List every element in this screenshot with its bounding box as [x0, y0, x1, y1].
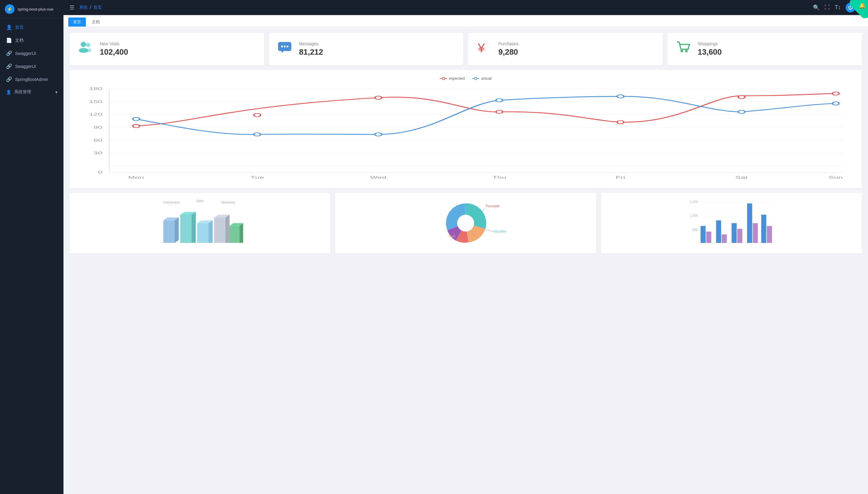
breadcrumb-prefix: 系统 [79, 5, 88, 10]
main-content: ☰ 系统 / 首页 🔍 ⛶ T↕ ⏻ ▾ 首页 文档 [64, 0, 868, 494]
sidebar-item-sysmanage[interactable]: 👤 系统管理 ▾ [0, 86, 64, 98]
svg-rect-86 [722, 234, 727, 243]
tab-home[interactable]: 首页 [68, 18, 86, 26]
svg-point-46 [617, 95, 624, 98]
sidebar-logo: ⚡ spring-boot-plus-vue [0, 0, 64, 18]
chart-legend: expected actual [75, 76, 856, 81]
header: ☰ 系统 / 首页 🔍 ⛶ T↕ ⏻ ▾ [64, 0, 868, 15]
bottom-card-bar3d: Iministration Sales Marketing [70, 193, 330, 253]
header-left: ☰ 系统 / 首页 [70, 4, 102, 11]
svg-point-44 [375, 133, 382, 136]
svg-point-6 [284, 45, 286, 48]
svg-point-45 [496, 99, 503, 102]
svg-text:Forecasts: Forecasts [486, 205, 500, 208]
svg-text:Wed: Wed [370, 175, 386, 180]
fullscreen-icon[interactable]: ⛶ [825, 4, 830, 11]
svg-point-68 [457, 215, 474, 232]
messages-value: 81,212 [299, 48, 323, 57]
svg-text:90: 90 [93, 125, 103, 129]
purchases-label: Purchases [499, 41, 518, 46]
stat-card-messages: Messages 81,212 [269, 33, 464, 65]
svg-point-39 [617, 120, 624, 124]
visits-info: New Visits 102,400 [100, 41, 128, 57]
doc-icon: 📄 [6, 37, 12, 43]
legend-expected-label: expected [449, 76, 465, 81]
bar3d-svg: Iministration Sales Marketing [74, 198, 325, 248]
font-size-icon[interactable]: T↕ [835, 4, 841, 11]
shoppings-info: Shoppings 13,600 [698, 41, 722, 57]
svg-rect-90 [753, 223, 758, 243]
home-icon: 👤 [6, 24, 12, 30]
svg-text:Tue: Tue [250, 175, 264, 180]
bottom-card-bars: 1,200 1,000 800 [601, 193, 862, 253]
messages-info: Messages 81,212 [299, 41, 323, 57]
purchases-info: Purchases 9,280 [499, 41, 518, 57]
sidebar-label-sysmanage: 系统管理 [14, 89, 31, 95]
sidebar-item-swagger1[interactable]: 🔗 SwaggerUI [0, 47, 64, 60]
bottom-card-pie: Forecasts Gold Industries [335, 193, 596, 253]
stat-card-visits: New Visits 102,400 [70, 33, 264, 65]
svg-rect-52 [163, 221, 175, 243]
svg-point-2 [86, 43, 90, 47]
svg-point-37 [375, 96, 382, 99]
menu-toggle-icon[interactable]: ☰ [70, 4, 74, 11]
svg-text:30: 30 [93, 151, 103, 155]
legend-actual-label: actual [481, 76, 492, 81]
svg-point-38 [496, 110, 503, 114]
svg-point-41 [832, 92, 839, 95]
svg-text:Fri: Fri [616, 175, 625, 180]
link-icon-2: 🔗 [6, 63, 12, 69]
sidebar-item-docs[interactable]: 📄 文档 [0, 34, 64, 47]
sidebar-item-swagger2[interactable]: 🔗 SwaggerUI [0, 60, 64, 73]
shoppings-value: 13,600 [698, 48, 722, 57]
sidebar-item-home[interactable]: 👤 首页 [0, 21, 64, 34]
corner-decoration: 🔔 [850, 0, 868, 18]
shoppings-icon [675, 39, 692, 59]
svg-rect-61 [214, 217, 225, 243]
svg-text:Iministration: Iministration [163, 201, 180, 204]
purchases-icon: ¥ [475, 39, 492, 59]
line-chart-section: expected actual [70, 70, 862, 188]
logo-icon: ⚡ [5, 4, 15, 14]
svg-marker-57 [192, 212, 196, 243]
sidebar: ⚡ spring-boot-plus-vue 👤 首页 📄 文档 🔗 Swagg… [0, 0, 64, 494]
search-icon[interactable]: 🔍 [813, 4, 820, 11]
svg-marker-54 [175, 217, 179, 243]
svg-rect-83 [701, 226, 706, 243]
visits-icon [77, 39, 94, 59]
legend-actual: actual [472, 76, 492, 81]
svg-marker-60 [209, 221, 213, 243]
sidebar-label-swagger2: SwaggerUI [15, 64, 36, 69]
svg-point-10 [681, 50, 683, 52]
svg-point-3 [85, 49, 92, 52]
svg-point-5 [281, 45, 283, 48]
svg-text:Mon: Mon [128, 175, 144, 180]
link-icon-3: 🔗 [6, 76, 12, 82]
app-name: spring-boot-plus-vue [18, 7, 54, 12]
svg-point-35 [133, 125, 139, 128]
bell-icon: 🔔 [859, 2, 866, 9]
svg-point-42 [133, 117, 139, 121]
bottom-charts-section: Iministration Sales Marketing [70, 193, 862, 253]
legend-expected: expected [440, 76, 465, 81]
chart-svg: 180 150 120 90 60 30 0 Mon Tue Wed Thu F… [75, 86, 856, 182]
line-chart: 180 150 120 90 60 30 0 Mon Tue Wed Thu F… [75, 86, 856, 182]
svg-text:Sun: Sun [828, 175, 843, 180]
svg-text:Marketing: Marketing [221, 201, 235, 204]
sidebar-item-springbootadmin[interactable]: 🔗 SpringBootAdmin [0, 73, 64, 86]
svg-point-48 [832, 102, 839, 105]
sidebar-sysmanage-left: 👤 系统管理 [6, 89, 31, 95]
svg-point-40 [738, 95, 745, 99]
svg-text:150: 150 [89, 99, 103, 103]
sidebar-label-swagger1: SwaggerUI [15, 51, 36, 56]
breadcrumb-current: 首页 [93, 5, 102, 10]
shoppings-label: Shoppings [698, 41, 722, 46]
tab-docs[interactable]: 文档 [87, 18, 105, 26]
messages-icon [276, 39, 293, 59]
svg-marker-63 [225, 215, 230, 243]
svg-rect-55 [180, 215, 191, 243]
svg-text:Gold: Gold [449, 235, 455, 238]
svg-rect-85 [716, 221, 721, 243]
svg-marker-66 [239, 223, 243, 243]
svg-point-36 [254, 114, 260, 117]
